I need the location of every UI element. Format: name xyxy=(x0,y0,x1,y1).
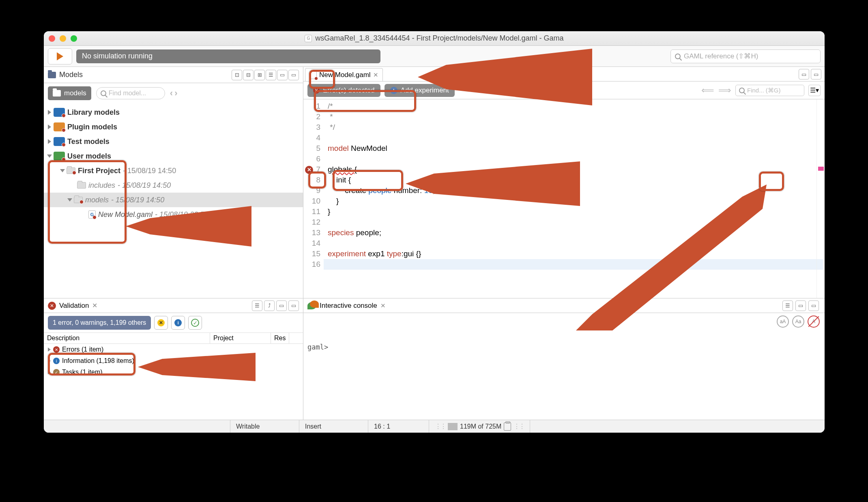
expand-icon xyxy=(48,359,51,363)
console-tool-1[interactable]: ☰ xyxy=(782,300,793,311)
validation-panel: ✕ Validation ✕ ☰ ⤴ ▭ ▭ 1 error, 0 warnin… xyxy=(44,298,303,420)
test-icon xyxy=(54,137,65,146)
models-panel-title: Models xyxy=(59,71,83,79)
code-body[interactable]: /* * */ model NewModel globals { init { … xyxy=(324,99,825,298)
run-button[interactable] xyxy=(48,48,72,64)
find-input[interactable]: Find... (⌘G) xyxy=(735,85,804,96)
add-experiment-button[interactable]: + Add experiment xyxy=(385,84,455,97)
search-icon xyxy=(675,54,681,59)
gaml-file-icon: G xyxy=(88,210,96,219)
tree-models-folder[interactable]: models - 15/08/19 14:50 xyxy=(44,193,303,207)
expand-icon xyxy=(48,348,51,352)
col-project[interactable]: Project xyxy=(210,333,271,343)
expand-icon xyxy=(48,110,51,115)
expand-icon xyxy=(60,169,65,172)
heap-bar-icon xyxy=(448,423,458,430)
play-icon xyxy=(57,52,63,60)
view-menu-button[interactable]: ☰ xyxy=(266,70,276,80)
close-validation-button[interactable]: ✕ xyxy=(92,302,97,309)
code-editor[interactable]: ✕ 1 2 3 4 5 6 7 8 9 10 11 12 13 14 15 16… xyxy=(303,99,825,298)
error-icon: ✕ xyxy=(53,346,60,353)
minimize-editor-button[interactable]: ▭ xyxy=(799,69,809,79)
app-icon: G xyxy=(305,35,312,42)
console-panel: Interactive console ✕ ☰ ▭ ▭ aA Aa A gaml… xyxy=(303,298,825,420)
maximize-validation-button[interactable]: ▭ xyxy=(288,300,299,311)
nav-back-icon[interactable]: ⟸ xyxy=(701,85,714,96)
heap-status[interactable]: ⋮⋮ 119M of 725M ⋮⋮ xyxy=(429,420,530,433)
expand-icon xyxy=(47,154,52,158)
model-tree: Library models Plugin models Test models… xyxy=(44,103,303,223)
close-console-button[interactable]: ✕ xyxy=(380,302,386,309)
validation-info-row[interactable]: i Information (1,198 items) xyxy=(44,355,303,367)
maximize-editor-button[interactable]: ▭ xyxy=(811,69,821,79)
info-icon: i xyxy=(53,358,60,364)
filter-info-button[interactable]: i xyxy=(171,316,185,330)
models-panel: Models ⊡ ⊟ ⊞ ☰ ▭ ▭ models Find model... xyxy=(44,67,303,298)
search-icon xyxy=(101,90,106,96)
tree-new-model-file[interactable]: G New Model.gaml - 15/08/19 23:56 xyxy=(44,207,303,222)
expand-button[interactable]: ⊞ xyxy=(254,70,265,80)
tree-project[interactable]: First Project - 15/08/19 14:50 xyxy=(44,163,303,178)
tree-library-models[interactable]: Library models xyxy=(44,105,303,120)
expand-icon xyxy=(67,198,72,202)
find-model-input[interactable]: Find model... xyxy=(96,87,165,99)
error-icon: ✕ xyxy=(48,302,56,310)
tree-includes[interactable]: includes - 15/08/19 14:50 xyxy=(44,178,303,193)
col-resource[interactable]: Res xyxy=(271,333,289,343)
search-icon xyxy=(739,88,745,93)
validation-summary: 1 error, 0 warnings, 1,199 others xyxy=(48,316,151,330)
status-insert: Insert xyxy=(299,420,368,433)
error-marker-gutter[interactable]: ✕ xyxy=(303,164,315,176)
tree-user-models[interactable]: User models xyxy=(44,149,303,163)
maximize-console-button[interactable]: ▭ xyxy=(808,300,819,311)
expand-icon xyxy=(48,370,51,374)
filter-button[interactable]: ☰ xyxy=(252,300,262,311)
increase-font-button[interactable]: Aa xyxy=(792,315,804,328)
minimize-panel-button[interactable]: ▭ xyxy=(277,70,288,80)
editor-panel: New Model.gaml ✕ ▭ ▭ ✕ Error(s) detected… xyxy=(303,67,825,298)
link-editor-button[interactable]: ⊟ xyxy=(243,70,254,80)
breadcrumb-models[interactable]: models xyxy=(48,86,91,100)
nav-back-button[interactable]: ‹ xyxy=(170,88,173,99)
editor-tab[interactable]: New Model.gaml ✕ xyxy=(305,68,383,81)
validation-tasks-row[interactable]: ✓ Tasks (1 item) xyxy=(44,367,303,378)
collapse-all-button[interactable]: ⊡ xyxy=(232,70,242,80)
col-description[interactable]: Description xyxy=(44,333,210,343)
status-bar: Writable Insert 16 : 1 ⋮⋮ 119M of 725M ⋮… xyxy=(44,420,825,433)
folder-icon xyxy=(48,72,56,78)
simulation-status: No simulation running xyxy=(76,49,380,63)
error-icon: ✕ xyxy=(313,87,320,94)
project-folder-icon xyxy=(67,167,75,174)
nav-forward-icon[interactable]: ⟹ xyxy=(718,85,731,96)
maximize-panel-button[interactable]: ▭ xyxy=(288,70,299,80)
expand-icon xyxy=(48,139,51,144)
minimize-validation-button[interactable]: ▭ xyxy=(276,300,287,311)
error-overview-marker[interactable] xyxy=(818,167,824,171)
gc-trash-icon[interactable] xyxy=(504,423,511,431)
filter-warnings-button[interactable]: ✕ xyxy=(154,316,168,330)
console-prompt[interactable]: gaml> xyxy=(303,330,825,420)
export-button[interactable]: ⤴ xyxy=(264,300,275,311)
app-window: G wsGamaRel_1.8_334544454 - First Projec… xyxy=(44,31,825,433)
folder-icon xyxy=(53,90,61,97)
main-toolbar: No simulation running GAML reference (⇧⌘… xyxy=(44,46,825,67)
tree-plugin-models[interactable]: Plugin models xyxy=(44,120,303,134)
close-tab-button[interactable]: ✕ xyxy=(373,71,378,79)
folder-icon xyxy=(74,197,83,203)
filter-ok-button[interactable]: ✓ xyxy=(188,316,202,330)
nav-forward-button[interactable]: › xyxy=(174,88,177,99)
titlebar: G wsGamaRel_1.8_334544454 - First Projec… xyxy=(44,31,825,46)
minimize-console-button[interactable]: ▭ xyxy=(795,300,806,311)
line-number-gutter: 1 2 3 4 5 6 7 8 9 10 11 12 13 14 15 16 xyxy=(303,99,324,298)
decrease-font-button[interactable]: aA xyxy=(777,315,789,328)
tree-test-models[interactable]: Test models xyxy=(44,134,303,149)
window-title: wsGamaRel_1.8_334544454 - First Project/… xyxy=(315,34,563,43)
errors-detected-pill[interactable]: ✕ Error(s) detected xyxy=(307,84,380,97)
reset-font-button[interactable]: A xyxy=(808,315,820,328)
overview-ruler[interactable] xyxy=(816,99,825,298)
user-icon xyxy=(54,152,65,161)
status-writable: Writable xyxy=(230,420,299,433)
gaml-reference-search[interactable]: GAML reference (⇧⌘H) xyxy=(670,49,821,63)
editor-menu-button[interactable]: ☰▾ xyxy=(808,85,821,96)
validation-errors-row[interactable]: ✕ Errors (1 item) xyxy=(44,344,303,355)
